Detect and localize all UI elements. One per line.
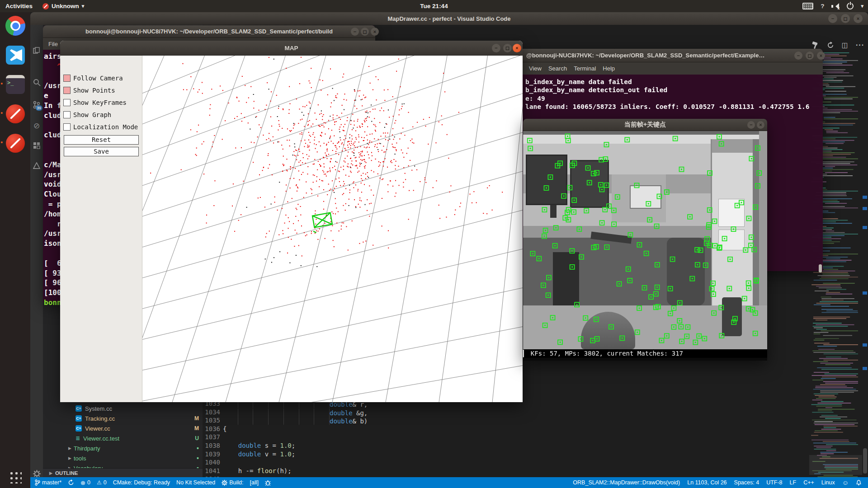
checkbox-localization-mode[interactable]: Localization Mode bbox=[63, 123, 138, 131]
checkbox-follow-camera[interactable]: Follow Camera bbox=[63, 74, 123, 82]
volume-muted-icon[interactable]: x bbox=[831, 3, 840, 9]
reset-button[interactable]: Reset bbox=[64, 135, 139, 145]
maximize-button[interactable]: ◻ bbox=[841, 14, 850, 23]
outline-section-header[interactable]: ▶ OUTLINE bbox=[43, 468, 203, 477]
status-item-bug-icon[interactable] bbox=[265, 480, 271, 486]
checkbox-label: Localization Mode bbox=[73, 123, 138, 131]
status-item-0[interactable]: ⚠0 bbox=[97, 479, 107, 486]
camera-titlebar[interactable]: 当前帧+关键点 − × bbox=[523, 119, 767, 131]
build-hammer-icon[interactable] bbox=[811, 42, 819, 49]
menu-item-search[interactable]: Search bbox=[548, 65, 567, 72]
maximize-button[interactable]: ◻ bbox=[361, 28, 369, 36]
dock-item-vscode[interactable] bbox=[5, 44, 26, 66]
debug-icon[interactable]: ⊘ bbox=[30, 119, 43, 132]
status-item-linux[interactable]: Linux bbox=[821, 479, 835, 486]
map-window-title: MAP bbox=[285, 45, 298, 52]
vscode-window-title: MapDrawer.cc - perfect - Visual Studio C… bbox=[387, 15, 510, 22]
checkbox-box[interactable] bbox=[63, 111, 71, 118]
close-button[interactable]: × bbox=[513, 44, 521, 52]
checkbox-box[interactable] bbox=[63, 99, 71, 106]
menu-item-view[interactable]: View bbox=[529, 65, 542, 72]
scrollbar-thumb[interactable] bbox=[863, 448, 867, 474]
minimize-button[interactable]: − bbox=[828, 14, 837, 23]
status-item-ln-1103-col-26[interactable]: Ln 1103, Col 26 bbox=[687, 479, 726, 486]
close-button[interactable]: × bbox=[757, 121, 764, 129]
checkbox-box[interactable] bbox=[63, 75, 71, 82]
menu-item-terminal[interactable]: Terminal bbox=[574, 65, 596, 72]
checkbox-show-points[interactable]: Show Points bbox=[63, 86, 115, 94]
terminal-build-titlebar[interactable]: bonnouji@bonnouji-NUC8i7HVK: ~/Developer… bbox=[43, 25, 375, 38]
checkbox-label: Follow Camera bbox=[73, 75, 123, 82]
tree-item-thirdparty[interactable]: ▶Thirdparty• bbox=[43, 443, 203, 453]
checkbox-box[interactable] bbox=[63, 87, 71, 94]
close-button[interactable]: × bbox=[854, 14, 863, 23]
tree-item-label: Thirdparty bbox=[74, 445, 100, 452]
explorer-icon[interactable] bbox=[30, 44, 43, 57]
checkbox-label: Show Points bbox=[73, 87, 115, 94]
more-actions-icon[interactable]: ··· bbox=[856, 41, 864, 49]
code-line-1039: 1039 double v = 1.0; bbox=[203, 450, 295, 459]
dock-item-terminal[interactable]: >_ bbox=[5, 74, 26, 95]
smiley-icon[interactable]: ☺ bbox=[842, 479, 849, 486]
map-3d-view[interactable] bbox=[142, 56, 523, 402]
minimize-button[interactable]: − bbox=[492, 44, 500, 52]
menu-item-file[interactable]: File bbox=[48, 41, 58, 47]
extensions-icon[interactable] bbox=[30, 139, 43, 152]
status-item-0[interactable]: ⊗0 bbox=[80, 479, 90, 486]
maximize-button[interactable]: ◻ bbox=[806, 52, 814, 60]
maximize-button[interactable]: ◻ bbox=[503, 44, 512, 52]
split-editor-icon[interactable]: ◫ bbox=[842, 41, 848, 49]
source-control-badge: 39 bbox=[36, 105, 42, 111]
map-titlebar[interactable]: MAP − ◻ × bbox=[60, 41, 523, 56]
status-item-all[interactable]: [all] bbox=[250, 479, 259, 486]
power-icon[interactable] bbox=[847, 3, 854, 9]
dock-item-chrome[interactable] bbox=[5, 15, 26, 37]
test-explorer-icon[interactable] bbox=[30, 159, 43, 172]
status-item-utf-8[interactable]: UTF-8 bbox=[766, 479, 782, 486]
show-applications-icon[interactable] bbox=[8, 470, 22, 483]
status-item-orb-slam2-mapdrawer-drawobs-void[interactable]: ORB_SLAM2::MapDrawer::DrawObs(void) bbox=[573, 479, 680, 486]
status-item-master[interactable]: master* bbox=[35, 479, 61, 486]
status-item-sync-icon[interactable] bbox=[68, 479, 74, 486]
minimap-viewport[interactable] bbox=[809, 455, 862, 475]
tree-item-tracking-cc[interactable]: C+Tracking.ccM bbox=[43, 413, 203, 423]
search-icon[interactable] bbox=[30, 75, 43, 89]
save-button[interactable]: Save bbox=[64, 147, 139, 156]
status-item-cmake-debug-ready[interactable]: CMake: Debug: Ready bbox=[113, 479, 170, 486]
bell-icon[interactable] bbox=[856, 480, 862, 486]
tree-item-tools[interactable]: ▶tools• bbox=[43, 453, 203, 463]
dock-item-red-app-2[interactable] bbox=[5, 132, 26, 154]
sync-icon[interactable] bbox=[827, 42, 834, 49]
source-control-icon[interactable]: 39 bbox=[30, 98, 43, 112]
status-item-lf[interactable]: LF bbox=[790, 479, 797, 486]
status-item-no-kit-selected[interactable]: No Kit Selected bbox=[176, 479, 215, 486]
close-button[interactable]: × bbox=[817, 52, 825, 60]
minimize-button[interactable]: − bbox=[794, 52, 802, 60]
status-item-spaces-4[interactable]: Spaces: 4 bbox=[734, 479, 760, 486]
editor-scrollbar[interactable] bbox=[862, 51, 868, 477]
checkbox-show-graph[interactable]: Show Graph bbox=[63, 111, 111, 119]
status-item-c++[interactable]: C++ bbox=[803, 479, 814, 486]
system-menu-chevron-icon[interactable]: ▾ bbox=[861, 3, 863, 9]
terminal-run-titlebar[interactable]: @bonnouji-NUC8i7HVK: ~/Developer/ORB_SLA… bbox=[523, 49, 823, 62]
checkbox-show-keyframes[interactable]: Show KeyFrames bbox=[63, 99, 127, 107]
clock[interactable]: Tue 21:44 bbox=[0, 3, 868, 9]
dock-item-red-app-1[interactable] bbox=[5, 103, 26, 125]
status-item-label: 0 bbox=[104, 479, 107, 486]
keyboard-indicator-icon[interactable] bbox=[802, 3, 813, 9]
scrollbar-thumb[interactable] bbox=[819, 264, 822, 272]
tree-item-system-cc[interactable]: C+System.cc bbox=[43, 404, 203, 413]
camera-window-title: 当前帧+关键点 bbox=[624, 121, 666, 129]
menu-item-help[interactable]: Help bbox=[603, 65, 615, 72]
status-item-build[interactable]: Build: bbox=[222, 479, 243, 486]
vscode-icon bbox=[6, 46, 25, 65]
tree-item-viewer-cc[interactable]: C+Viewer.ccM bbox=[43, 423, 203, 433]
minimize-button[interactable]: − bbox=[351, 28, 359, 36]
close-button[interactable]: × bbox=[371, 28, 379, 36]
bug-icon bbox=[265, 480, 271, 486]
tree-item-viewer-cc-test[interactable]: ≣Viewer.cc.testU bbox=[43, 433, 203, 443]
minimize-button[interactable]: − bbox=[747, 121, 755, 129]
help-icon[interactable]: ? bbox=[821, 3, 824, 9]
checkbox-box[interactable] bbox=[63, 123, 71, 131]
vscode-titlebar[interactable]: MapDrawer.cc - perfect - Visual Studio C… bbox=[30, 12, 868, 25]
